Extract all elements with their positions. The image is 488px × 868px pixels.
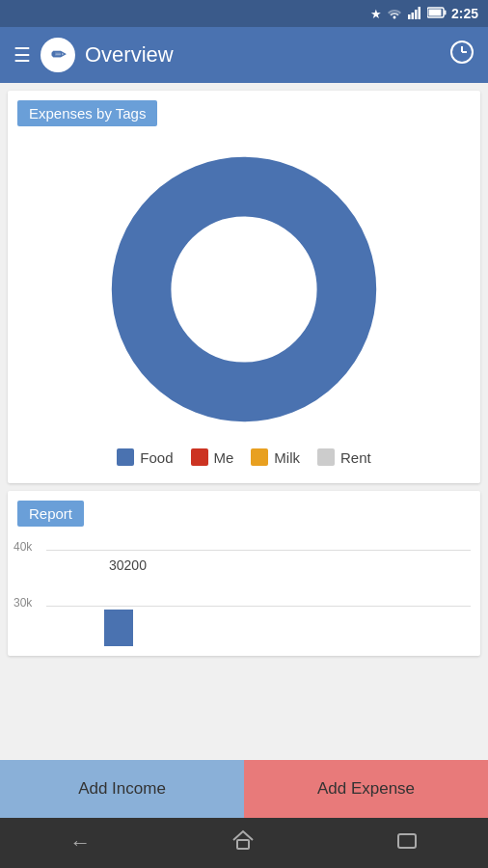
svg-point-13 <box>176 222 312 357</box>
header-logo: ✏ <box>41 38 75 72</box>
battery-icon <box>427 7 447 21</box>
legend-item-rent: Rent <box>317 448 371 466</box>
legend-label-me: Me <box>214 449 234 466</box>
legend-label-rent: Rent <box>340 449 371 466</box>
status-bar: ★ 2:25 <box>0 0 488 27</box>
svg-rect-3 <box>418 7 420 19</box>
svg-rect-15 <box>398 834 416 848</box>
status-time: 2:25 <box>451 6 478 21</box>
y-axis-40k: 40k <box>14 540 32 554</box>
main-content: Expenses by Tags Food <box>0 83 488 760</box>
legend-label-milk: Milk <box>274 449 300 466</box>
income-bar <box>104 610 133 646</box>
home-button[interactable] <box>230 827 256 858</box>
bottom-nav: ← <box>0 818 488 868</box>
report-card: Report 40k 30k 30200 <box>8 491 480 656</box>
recent-apps-button[interactable] <box>395 828 419 857</box>
grid-line-40k <box>46 550 471 551</box>
header-title: Overview <box>85 42 174 68</box>
status-icons: ★ 2:25 <box>370 6 478 22</box>
header-left: ☰ ✏ Overview <box>14 38 174 72</box>
grid-line-30k <box>46 606 471 607</box>
chart-legend: Food Me Milk Rent <box>8 439 480 483</box>
pencil-icon: ✏ <box>51 44 66 66</box>
back-button[interactable]: ← <box>69 830 91 855</box>
add-income-button[interactable]: Add Income <box>0 760 244 818</box>
expenses-card-label: Expenses by Tags <box>17 100 157 126</box>
report-card-label: Report <box>17 501 84 527</box>
legend-color-me <box>191 448 208 466</box>
svg-rect-5 <box>444 10 446 14</box>
legend-item-food: Food <box>117 448 173 466</box>
add-expense-button[interactable]: Add Expense <box>244 760 488 818</box>
bluetooth-icon: ★ <box>370 7 382 21</box>
report-chart-area: 40k 30k 30200 <box>8 530 480 646</box>
legend-item-me: Me <box>191 448 234 466</box>
signal-icon <box>407 6 422 22</box>
svg-rect-0 <box>408 14 411 19</box>
legend-color-milk <box>251 448 268 466</box>
wifi-icon <box>387 6 402 22</box>
bottom-buttons: Add Income Add Expense <box>0 760 488 818</box>
legend-color-rent <box>317 448 335 466</box>
bar-value: 30200 <box>109 557 147 573</box>
donut-chart-area <box>8 130 480 439</box>
header: ☰ ✏ Overview <box>0 27 488 83</box>
expenses-card: Expenses by Tags Food <box>8 91 480 483</box>
donut-container <box>109 154 379 424</box>
svg-rect-1 <box>411 13 414 19</box>
menu-icon[interactable]: ☰ <box>14 43 31 67</box>
clock-button[interactable] <box>449 40 474 70</box>
y-axis-30k: 30k <box>14 596 32 610</box>
legend-label-food: Food <box>140 449 173 466</box>
svg-rect-2 <box>415 10 418 19</box>
legend-item-milk: Milk <box>251 448 300 466</box>
svg-rect-14 <box>237 840 249 849</box>
donut-svg <box>109 154 379 424</box>
svg-rect-6 <box>428 9 441 15</box>
legend-color-food <box>117 448 134 466</box>
